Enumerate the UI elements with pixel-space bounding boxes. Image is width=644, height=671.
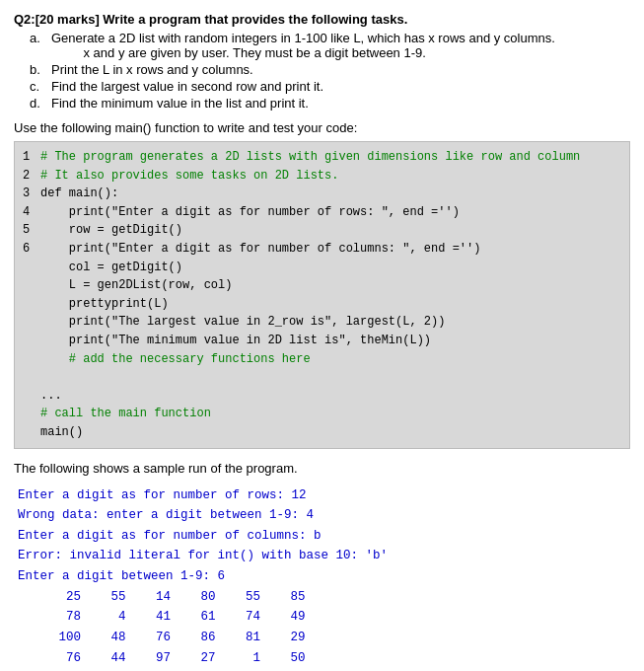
table-cell-2-5: 74 <box>223 607 260 628</box>
table-cell-3-5: 81 <box>223 628 260 648</box>
item-letter-b: b. <box>30 62 51 77</box>
table-cell-3-6: 29 <box>268 628 306 648</box>
item-letter-d: d. <box>30 96 51 111</box>
output-text-2: Wrong data: enter a digit between 1-9: 4 <box>18 508 314 522</box>
code-text-1: # The program generates a 2D lists with … <box>40 148 621 167</box>
output-text-1: Enter a digit as for number of rows: 12 <box>18 488 307 502</box>
code-text-15: # call the main function <box>40 405 621 423</box>
line-num-6: 6 <box>23 240 40 259</box>
table-cell-1-6: 85 <box>268 587 306 608</box>
table-cell-3-2: 48 <box>89 628 126 648</box>
output-line-4: Error: invalid literal for int() with ba… <box>18 546 626 566</box>
code-text-13 <box>40 368 621 387</box>
code-line-10: print("The largest value in 2_row is", l… <box>23 313 621 332</box>
table-cell-4-4: 27 <box>179 648 216 669</box>
code-line-3: 3 def main(): <box>23 185 621 203</box>
table-cell-1-1: 25 <box>43 587 81 608</box>
code-text-16: main() <box>40 423 621 442</box>
item-text-d: Find the minimum value in the list and p… <box>51 96 630 111</box>
code-text-7: col = getDigit() <box>40 259 621 277</box>
output-text-3: Enter a digit as for number of columns: … <box>18 529 322 543</box>
table-cell-2-3: 41 <box>133 607 171 628</box>
table-cell-1-2: 55 <box>89 587 126 608</box>
line-num-2: 2 <box>23 167 40 186</box>
line-num-15 <box>23 405 40 423</box>
output-line-5: Enter a digit between 1-9: 6 <box>18 566 626 587</box>
marks-label: Q2:[20 marks] Write a program that provi… <box>14 12 407 27</box>
code-text-8: L = gen2DList(row, col) <box>40 276 621 295</box>
code-text-3: def main(): <box>40 185 621 203</box>
question-item-a: a. Generate a 2D list with random intege… <box>14 31 630 60</box>
code-line-5: 5 row = getDigit() <box>23 221 621 240</box>
table-cell-1-3: 14 <box>133 587 171 608</box>
line-num-13 <box>23 368 40 387</box>
output-table-row-2: 78 4 41 61 74 49 <box>18 607 626 628</box>
item-text-b: Print the L in x rows and y columns. <box>51 62 630 77</box>
line-num-16 <box>23 423 40 442</box>
line-num-11 <box>23 332 40 350</box>
code-line-1: 1 # The program generates a 2D lists wit… <box>23 148 621 167</box>
table-cell-4-5: 1 <box>223 648 260 669</box>
line-num-1: 1 <box>23 148 40 167</box>
code-text-4: print("Enter a digit as for number of ro… <box>40 203 621 222</box>
line-num-10 <box>23 313 40 332</box>
table-cell-1-4: 80 <box>179 587 216 608</box>
output-text-5: Enter a digit between 1-9: 6 <box>18 569 225 583</box>
sample-run-label: The following shows a sample run of the … <box>14 461 630 476</box>
output-text-4: Error: invalid literal for int() with ba… <box>18 549 388 562</box>
item-letter-a: a. <box>30 31 51 60</box>
table-cell-2-4: 61 <box>179 607 216 628</box>
code-line-4: 4 print("Enter a digit as for number of … <box>23 203 621 222</box>
output-line-3: Enter a digit as for number of columns: … <box>18 526 626 547</box>
code-text-2: # It also provides some tasks on 2D list… <box>40 167 621 186</box>
line-num-4: 4 <box>23 203 40 222</box>
table-cell-3-4: 86 <box>179 628 216 648</box>
code-line-13 <box>23 368 621 387</box>
code-text-6: print("Enter a digit as for number of co… <box>40 240 621 259</box>
table-cell-4-1: 76 <box>43 648 81 669</box>
line-num-3: 3 <box>23 185 40 203</box>
output-line-2: Wrong data: enter a digit between 1-9: 4 <box>18 505 626 526</box>
code-line-7: col = getDigit() <box>23 259 621 277</box>
code-line-2: 2 # It also provides some tasks on 2D li… <box>23 167 621 186</box>
code-text-11: print("The minimum value in 2D list is",… <box>40 332 621 350</box>
code-line-8: L = gen2DList(row, col) <box>23 276 621 295</box>
line-num-14 <box>23 387 40 406</box>
table-cell-4-2: 44 <box>89 648 126 669</box>
output-block: Enter a digit as for number of rows: 12 … <box>14 484 630 672</box>
use-following-label: Use the following main() function to wri… <box>14 120 630 135</box>
table-cell-1-5: 55 <box>223 587 260 608</box>
output-line-1: Enter a digit as for number of rows: 12 <box>18 485 626 506</box>
table-cell-2-6: 49 <box>268 607 306 628</box>
table-cell-4-3: 97 <box>133 648 171 669</box>
question-item-d: d. Find the minimum value in the list an… <box>14 96 630 111</box>
code-text-9: prettyprint(L) <box>40 295 621 314</box>
code-line-12: # add the necessary functions here <box>23 350 621 369</box>
line-num-9 <box>23 295 40 314</box>
table-cell-4-6: 50 <box>268 648 306 669</box>
table-cell-2-1: 78 <box>43 607 81 628</box>
code-line-14: ... <box>23 387 621 406</box>
code-block: 1 # The program generates a 2D lists wit… <box>14 141 630 449</box>
code-line-11: print("The minimum value in 2D list is",… <box>23 332 621 350</box>
table-cell-3-3: 76 <box>133 628 171 648</box>
code-line-16: main() <box>23 423 621 442</box>
code-line-9: prettyprint(L) <box>23 295 621 314</box>
output-table-row-1: 25 55 14 80 55 85 <box>18 587 626 608</box>
output-table-row-3: 100 48 76 86 81 29 <box>18 628 626 648</box>
table-cell-3-1: 100 <box>43 628 81 648</box>
code-text-5: row = getDigit() <box>40 221 621 240</box>
table-cell-2-2: 4 <box>89 607 126 628</box>
code-line-15: # call the main function <box>23 405 621 423</box>
item-text-a: Generate a 2D list with random integers … <box>51 31 630 60</box>
line-num-8 <box>23 276 40 295</box>
question-block: Q2:[20 marks] Write a program that provi… <box>14 12 630 111</box>
question-item-c: c. Find the largest value in second row … <box>14 79 630 94</box>
line-num-5: 5 <box>23 221 40 240</box>
item-text-c: Find the largest value in second row and… <box>51 79 630 94</box>
line-num-12 <box>23 350 40 369</box>
code-text-12: # add the necessary functions here <box>40 350 621 369</box>
code-line-6: 6 print("Enter a digit as for number of … <box>23 240 621 259</box>
item-letter-c: c. <box>30 79 51 94</box>
output-table-row-4: 76 44 97 27 1 50 <box>18 648 626 669</box>
